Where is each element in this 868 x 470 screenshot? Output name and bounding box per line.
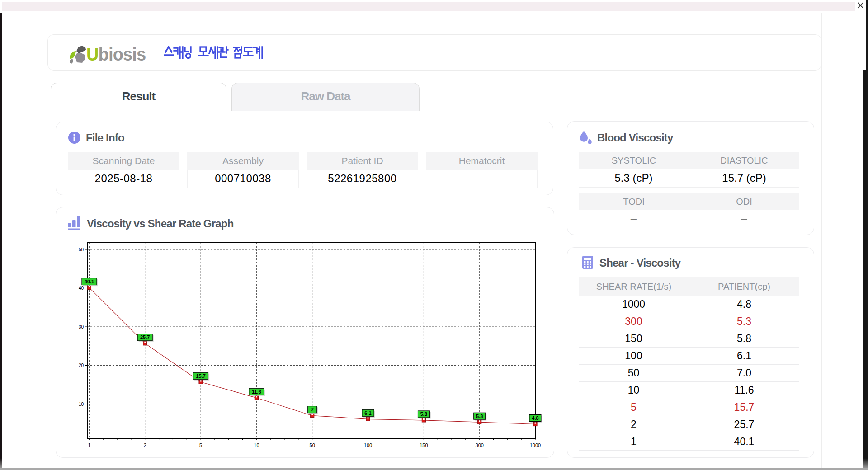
svg-text:20: 20: [79, 363, 84, 368]
svg-text:5.3: 5.3: [476, 414, 483, 419]
svg-text:2: 2: [144, 442, 146, 448]
svg-text:50: 50: [79, 247, 84, 252]
svg-text:1000: 1000: [530, 442, 541, 448]
svg-text:30: 30: [79, 324, 84, 329]
svg-text:15.7: 15.7: [196, 373, 205, 379]
svg-text:40: 40: [79, 286, 84, 291]
svg-text:6.1: 6.1: [364, 410, 371, 416]
svg-text:5: 5: [199, 442, 202, 448]
svg-text:5.8: 5.8: [420, 411, 427, 417]
svg-text:25.7: 25.7: [140, 334, 150, 340]
svg-text:40.1: 40.1: [85, 279, 94, 284]
svg-text:4.8: 4.8: [532, 415, 538, 421]
svg-text:50: 50: [310, 442, 315, 448]
svg-text:300: 300: [476, 442, 484, 448]
svg-text:1: 1: [88, 442, 90, 448]
svg-text:7: 7: [311, 407, 314, 412]
svg-text:11.6: 11.6: [252, 389, 261, 395]
svg-text:10: 10: [79, 402, 84, 407]
svg-text:150: 150: [420, 442, 428, 448]
svg-text:10: 10: [254, 442, 259, 448]
svg-text:100: 100: [364, 442, 372, 448]
